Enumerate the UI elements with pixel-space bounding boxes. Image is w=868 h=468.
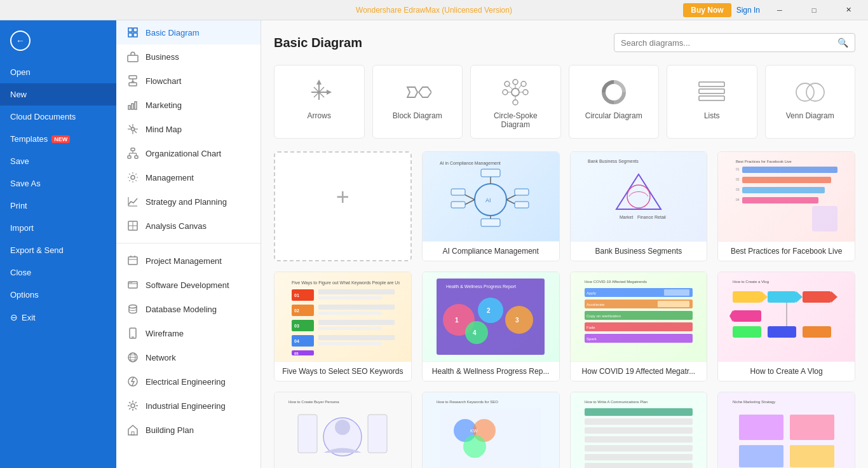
business-icon <box>126 50 139 63</box>
close-button[interactable]: ✕ <box>834 0 863 20</box>
svg-text:1: 1 <box>455 317 459 324</box>
svg-rect-106 <box>742 197 818 203</box>
svg-rect-123 <box>318 335 395 340</box>
sidebar-item-templates[interactable]: Templates NEW <box>0 128 116 150</box>
svg-rect-2 <box>128 33 132 37</box>
seo-image: Five Ways to Figure out What Keywords Pe… <box>275 272 411 361</box>
sidebar-item-save[interactable]: Save <box>0 150 116 172</box>
block-icon <box>403 78 431 106</box>
template-comms[interactable]: How to Write A Communications Plan How t… <box>570 392 708 468</box>
category-item-project[interactable]: Project Management <box>116 249 261 273</box>
svg-rect-19 <box>131 148 135 151</box>
shape-arrows-label: Arrows <box>308 111 331 120</box>
svg-rect-120 <box>318 327 382 330</box>
management-icon <box>126 171 139 184</box>
sidebar-item-close[interactable]: Close <box>0 261 116 284</box>
search-icon[interactable]: 🔍 <box>837 38 848 48</box>
template-covid[interactable]: How COVID-19 Affected Megatrends Apply A… <box>570 272 708 382</box>
sign-in-link[interactable]: Sign In <box>736 6 760 15</box>
template-fb-live[interactable]: Best Practices for Facebook Live 01 02 0… <box>717 151 855 261</box>
sidebar-item-print[interactable]: Print <box>0 195 116 217</box>
svg-rect-6 <box>129 83 137 86</box>
category-item-strategy[interactable]: Strategy and Planning <box>116 189 261 214</box>
svg-rect-74 <box>699 89 724 93</box>
svg-text:02: 02 <box>294 308 299 313</box>
category-item-wireframe[interactable]: Wireframe <box>116 321 261 345</box>
category-item-management[interactable]: Management <box>116 165 261 189</box>
sidebar-item-options[interactable]: Options <box>0 284 116 306</box>
vlog-label: How to Create A Vlog <box>718 361 855 381</box>
shape-arrows[interactable]: Arrows <box>274 65 365 139</box>
category-item-software[interactable]: Software Development <box>116 273 261 297</box>
shape-venn[interactable]: Venn Diagram <box>765 65 856 139</box>
svg-text:Apply: Apply <box>587 291 596 295</box>
vlog-image: How to Create a Vlog <box>718 272 855 361</box>
category-label-network: Network <box>146 353 176 362</box>
svg-line-69 <box>518 85 522 90</box>
search-input[interactable] <box>621 38 832 48</box>
category-label-database: Database Modeling <box>146 305 217 314</box>
category-item-network[interactable]: Network <box>116 345 261 369</box>
buy-now-button[interactable]: Buy Now <box>683 3 731 17</box>
svg-rect-5 <box>129 76 137 79</box>
shapes-grid: Arrows Block Diagram Circle-Spoke Diagra… <box>274 65 855 139</box>
svg-text:Bank Business Segments: Bank Business Segments <box>588 159 639 164</box>
strategy-icon <box>126 195 139 208</box>
category-item-basic[interactable]: Basic Diagram <box>116 20 261 45</box>
svg-rect-11 <box>135 102 137 109</box>
ai-compliance-image: AI in Compliance Management AI <box>423 152 559 241</box>
template-bank-business[interactable]: Bank Business Segments Market Finance Re… <box>570 151 708 261</box>
sidebar-item-new[interactable]: New <box>0 83 116 106</box>
svg-rect-187 <box>790 445 834 467</box>
svg-point-94 <box>627 185 650 208</box>
category-item-business[interactable]: Business <box>116 45 261 69</box>
category-label-management: Management <box>146 173 194 182</box>
shape-lists[interactable]: Lists <box>667 65 757 139</box>
sidebar-item-cloud[interactable]: Cloud Documents <box>0 106 116 128</box>
shape-block[interactable]: Block Diagram <box>372 65 463 139</box>
category-item-database[interactable]: Database Modeling <box>116 297 261 321</box>
template-kw-research[interactable]: How to Research Keywords for SEO KW How … <box>422 392 560 468</box>
category-item-orgchart[interactable]: Organizational Chart <box>116 141 261 165</box>
health-label: Health & Wellness Progress Rep... <box>423 361 559 381</box>
template-seo[interactable]: Five Ways to Figure out What Keywords Pe… <box>274 272 412 382</box>
svg-rect-107 <box>812 206 837 231</box>
category-item-building[interactable]: Building Plan <box>116 418 261 442</box>
svg-text:How to Write A Communications : How to Write A Communications Plan <box>585 400 648 404</box>
svg-marker-50 <box>128 425 137 435</box>
category-item-flowchart[interactable]: Flowchart <box>116 69 261 93</box>
category-item-electrical[interactable]: Electrical Engineering <box>116 369 261 394</box>
template-marketing[interactable]: Niche Marketing Strategy Niche Marketing… <box>717 392 855 468</box>
template-vlog[interactable]: How to Create a Vlog <box>717 272 855 382</box>
category-item-marketing[interactable]: Marketing <box>116 93 261 117</box>
sidebar-item-exit[interactable]: ⊖ Exit <box>0 306 116 329</box>
svg-point-63 <box>503 90 508 95</box>
svg-rect-179 <box>585 445 693 451</box>
circular-icon <box>600 78 628 106</box>
fb-label: Best Practices for Facebook Live <box>718 241 855 261</box>
shape-circular[interactable]: Circular Diagram <box>569 65 660 139</box>
new-template-card[interactable]: + <box>274 151 412 261</box>
template-ai-compliance[interactable]: AI in Compliance Management AI <box>422 151 560 261</box>
svg-text:03: 03 <box>736 188 740 191</box>
category-item-analysis[interactable]: Analysis Canvas <box>116 214 261 238</box>
sidebar-item-export[interactable]: Export & Send <box>0 239 116 261</box>
sidebar-item-open[interactable]: Open <box>0 61 116 83</box>
template-health[interactable]: Health & Wellness Progress Report 1 2 3 … <box>422 272 560 382</box>
category-item-mindmap[interactable]: Mind Map <box>116 117 261 141</box>
svg-text:Copy on sterilization: Copy on sterilization <box>587 314 621 318</box>
template-buyer[interactable]: How to Create Buyer Persona How to Creat… <box>274 392 412 468</box>
svg-text:How COVID-19 Affected Megatren: How COVID-19 Affected Megatrends <box>585 280 647 284</box>
sidebar-item-import[interactable]: Import <box>0 217 116 239</box>
svg-rect-87 <box>481 169 500 177</box>
restore-button[interactable]: □ <box>799 0 829 20</box>
app-layout: ← Open New Cloud Documents Templates NEW… <box>0 20 868 468</box>
sidebar-item-save-as[interactable]: Save As <box>0 172 116 195</box>
shape-circle-spoke[interactable]: Circle-Spoke Diagram <box>470 65 561 139</box>
minimize-button[interactable]: ─ <box>765 0 794 20</box>
svg-point-76 <box>796 83 814 101</box>
shape-circle-spoke-label: Circle-Spoke Diagram <box>481 111 550 129</box>
category-item-industrial[interactable]: Industrial Engineering <box>116 394 261 418</box>
back-button[interactable]: ← <box>0 20 116 61</box>
category-label-orgchart: Organizational Chart <box>146 149 221 158</box>
